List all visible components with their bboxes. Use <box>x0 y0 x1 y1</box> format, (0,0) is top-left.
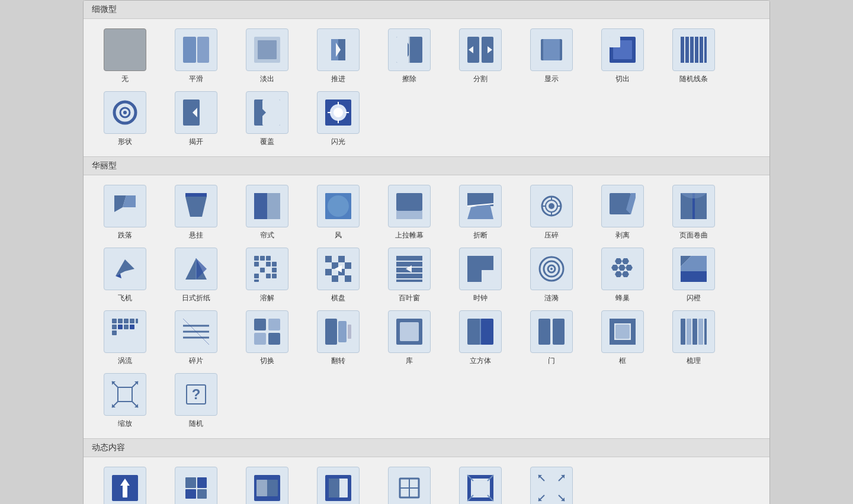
label-airplane: 飞机 <box>118 293 132 303</box>
item-fadeout[interactable]: 淡出 <box>234 28 300 84</box>
icon-cutout <box>601 28 644 71</box>
svg-rect-104 <box>325 256 332 262</box>
icon-hang <box>175 185 217 227</box>
item-smooth[interactable]: 平滑 <box>163 28 229 84</box>
icon-glitter <box>672 248 715 290</box>
item-flash[interactable]: 闪光 <box>305 91 371 147</box>
item-shape[interactable]: 形状 <box>92 91 158 147</box>
item-conveyor[interactable]: 传送带 <box>234 467 300 504</box>
icon-none <box>104 28 146 71</box>
icon-curtain <box>246 185 288 227</box>
item-ferris[interactable]: 摩天轮 <box>163 467 229 504</box>
item-wind[interactable]: 风 <box>305 185 371 240</box>
label-page-curl: 页面卷曲 <box>679 230 708 240</box>
icon-window <box>388 467 431 504</box>
item-split[interactable]: 分割 <box>447 28 514 84</box>
item-gallery[interactable]: 库 <box>376 310 442 366</box>
item-vortex[interactable]: 涡流 <box>92 310 158 366</box>
item-cube[interactable]: 立方体 <box>447 310 514 366</box>
label-split: 分割 <box>473 74 488 84</box>
svg-rect-119 <box>345 275 351 282</box>
item-orbit[interactable]: 轨道 <box>447 467 514 504</box>
svg-rect-95 <box>266 262 271 267</box>
svg-rect-100 <box>266 274 271 278</box>
svg-rect-195 <box>692 319 697 345</box>
svg-rect-154 <box>124 319 129 323</box>
item-cover[interactable]: 覆盖 <box>234 91 300 147</box>
item-glitter[interactable]: 闪橙 <box>660 248 727 303</box>
item-pan[interactable]: 平移 <box>92 467 158 504</box>
icon-fold-break <box>459 185 502 227</box>
item-show[interactable]: 显示 <box>518 28 585 84</box>
svg-rect-124 <box>396 262 422 267</box>
item-flip[interactable]: 翻转 <box>305 310 371 366</box>
item-dissolve[interactable]: 溶解 <box>234 248 300 303</box>
item-fall[interactable]: 跌落 <box>92 185 158 240</box>
label-fadeout: 淡出 <box>260 74 274 84</box>
label-push: 推进 <box>331 74 345 84</box>
label-zoom: 缩放 <box>118 419 132 429</box>
icon-push <box>317 28 360 71</box>
item-cutout[interactable]: 切出 <box>589 28 656 84</box>
label-origami: 日式折纸 <box>182 293 210 303</box>
icon-checker <box>317 248 360 290</box>
item-shatter[interactable]: 碎片 <box>163 310 229 366</box>
svg-rect-230 <box>471 479 490 497</box>
item-blinds[interactable]: 百叶窗 <box>376 248 442 303</box>
svg-rect-92 <box>260 256 265 261</box>
item-random[interactable]: ? 随机 <box>163 373 229 429</box>
item-curtain[interactable]: 帘式 <box>234 185 300 240</box>
item-pull-mushroom[interactable]: 上拉帷幕 <box>376 185 442 240</box>
svg-rect-62 <box>396 193 422 211</box>
item-window[interactable]: 窗口 <box>376 467 442 504</box>
item-push[interactable]: 推进 <box>305 28 371 84</box>
item-flyover[interactable]: 飞过 <box>518 467 585 504</box>
svg-rect-77 <box>610 193 631 214</box>
item-comb[interactable]: 梳理 <box>660 310 727 366</box>
icon-peel <box>601 185 644 227</box>
item-ripple[interactable]: 涟漪 <box>518 248 585 303</box>
svg-rect-106 <box>338 256 345 262</box>
item-uncover[interactable]: 揭开 <box>163 91 229 147</box>
transitions-panel: 细微型 无 平滑 <box>83 0 770 504</box>
svg-rect-101 <box>254 280 259 282</box>
item-rotate[interactable]: 旋转 <box>305 467 371 504</box>
item-zoom[interactable]: 缩放 <box>92 373 158 429</box>
svg-rect-108 <box>325 262 332 269</box>
item-clock[interactable]: 时钟 <box>447 248 514 303</box>
item-crush[interactable]: 压碎 <box>518 185 585 240</box>
item-airplane[interactable]: 飞机 <box>92 248 158 303</box>
item-honeycomb[interactable]: 蜂巢 <box>589 248 656 303</box>
svg-rect-169 <box>268 333 280 345</box>
label-wind: 风 <box>335 230 342 240</box>
item-checker[interactable]: 棋盘 <box>305 248 371 303</box>
svg-text:?: ? <box>192 386 201 402</box>
item-random-lines[interactable]: 随机线条 <box>660 28 727 84</box>
item-door[interactable]: 门 <box>518 310 585 366</box>
icon-honeycomb <box>601 248 644 290</box>
svg-rect-155 <box>124 325 129 329</box>
svg-rect-117 <box>332 275 338 282</box>
svg-rect-187 <box>610 319 636 323</box>
icon-shape <box>104 91 146 134</box>
svg-rect-197 <box>704 319 707 345</box>
svg-rect-179 <box>467 319 480 345</box>
item-hang[interactable]: 悬挂 <box>163 185 229 240</box>
svg-rect-2 <box>197 37 209 63</box>
label-erase: 擦除 <box>402 74 416 84</box>
item-fold-break[interactable]: 折断 <box>447 185 514 240</box>
item-none[interactable]: 无 <box>92 28 158 84</box>
label-hang: 悬挂 <box>189 230 203 240</box>
item-box[interactable]: 框 <box>589 310 656 366</box>
icon-smooth <box>175 28 217 71</box>
svg-rect-151 <box>118 319 123 323</box>
item-erase[interactable]: 擦除 <box>376 28 442 84</box>
item-peel[interactable]: 剥离 <box>589 185 656 240</box>
item-page-curl[interactable]: 页面卷曲 <box>660 185 727 240</box>
label-pull-mushroom: 上拉帷幕 <box>395 230 424 240</box>
icon-shatter <box>175 310 217 353</box>
item-switch[interactable]: 切换 <box>234 310 300 366</box>
svg-rect-29 <box>695 37 698 63</box>
item-origami[interactable]: 日式折纸 <box>163 248 229 303</box>
icon-rotate <box>317 467 360 504</box>
